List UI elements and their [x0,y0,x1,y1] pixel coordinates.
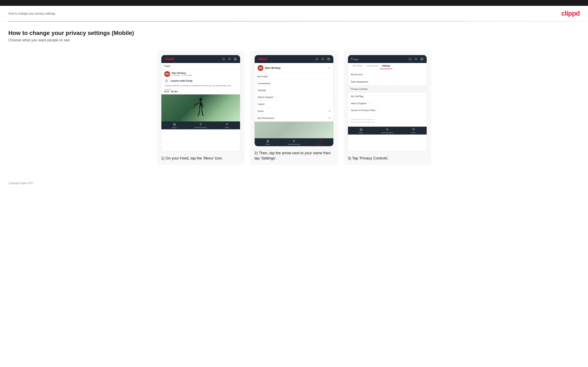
menu-icon [225,123,228,126]
tab-my-profile[interactable]: My Profile [351,63,364,69]
search-icon-2 [315,57,319,61]
external-icon: ↗ [274,96,276,98]
menu-item-logout[interactable]: Logout [255,101,333,108]
user-info: Blair McHarg Yesterday · Sunningdale [172,72,192,76]
nav-performance-label-3: My Performance [381,132,394,134]
version-client: Clippd Client Version: 2022.8.3-3 [351,118,424,121]
menu-item-profile[interactable]: My Profile [255,73,333,80]
svg-point-13 [409,58,411,60]
nav-menu-label-2: Menu [318,143,322,145]
menu-expandable-performance[interactable]: My Performance ∨ [255,115,333,122]
performance-icon-2 [293,140,295,143]
feed-tab: Feed [161,63,240,69]
settings-help-label-wrap: Help & Support ↗ [351,102,370,105]
back-header: Back [348,55,427,63]
menu-expandable-home[interactable]: Home ∨ [255,108,333,115]
duration-label: Duration [164,88,237,91]
step-2-phone: clippd [254,55,334,146]
phone-3-icons [408,57,424,61]
svg-point-8 [316,58,318,60]
nav-performance-label-1: My Performance [195,127,207,128]
menu-home-label: Home [258,110,264,112]
menu-item-settings[interactable]: Settings [255,87,333,94]
settings-golfbag-label: My Golf Bag [351,95,363,98]
step-3-caption: 3) Tap 'Privacy Controls'. [348,156,427,161]
chevron-up-icon: ∧ [329,67,330,69]
nav-performance-2: My Performance [281,140,307,145]
nav-performance-3: My Performance [374,128,400,134]
lesson-icon [164,79,169,83]
settings-list: My Account › Data Integrations › Privacy… [348,69,427,115]
duration-value: 01 hr : 30 min [164,91,237,93]
svg-point-9 [322,58,323,59]
svg-point-10 [328,59,329,59]
back-button[interactable]: Back [351,57,359,61]
phone-2-logo: clippd [258,57,267,61]
phone-1-bottom-nav: Home My Performance Menu [161,121,240,129]
chevron-down-icon-2: ∨ [329,117,330,119]
menu-icon-3 [412,128,415,131]
close-icon [319,140,322,143]
svg-point-4 [199,98,202,101]
settings-integrations-label: Data Integrations [351,81,368,83]
nav-menu-label-3: Menu [411,132,415,134]
copyright-text: Copyright Clippd 2022 [8,182,33,185]
chevron-right-icon: › [423,73,424,76]
settings-icon-2 [327,57,330,61]
user-icon [228,57,231,61]
tab-settings[interactable]: Settings [380,63,392,69]
settings-tabs: My Profile Connections Settings [348,63,427,69]
nav-menu-label-1: Menu [225,127,229,128]
nav-performance-1: My Performance [188,123,214,128]
phone-1-header: clippd [161,55,240,63]
feed-content: BM Blair McHarg Yesterday · Sunningdale … [161,69,240,94]
svg-point-2 [235,59,236,59]
settings-item-account[interactable]: My Account › [348,71,427,78]
settings-item-privacy-policy[interactable]: Service & Privacy Policy ↗ [348,107,427,114]
phone-2-header: clippd [255,55,333,63]
menu-screen: BM Blair McHarg ∧ My Profile Connections… [255,63,333,122]
nav-home-label-2: Home [266,143,270,145]
version-server: GQL Server Version: 2022.7.30-1 [351,121,424,124]
header-title: How to change your privacy settings [8,12,55,15]
page-subtitle: Choose what you want people to see [8,38,580,42]
settings-item-privacy[interactable]: Privacy Controls › [348,85,427,93]
golfer-bg-overlay [255,122,333,138]
phone-1-logo: clippd [164,57,174,61]
lesson-desc: Looking to feel like my hands are exitin… [164,84,237,87]
settings-help-label: Help & Support [351,102,366,105]
chevron-right-icon-2: › [423,80,424,83]
settings-item-help[interactable]: Help & Support ↗ [348,100,427,107]
menu-item-help[interactable]: Help & Support ↗ [255,94,333,101]
footer: Copyright Clippd 2022 [0,178,588,189]
settings-item-golf-bag[interactable]: My Golf Bag › [348,93,427,100]
page-header: How to change your privacy settings clip… [0,6,588,21]
phone-1-icons [222,57,237,61]
home-icon-2 [266,140,269,143]
user-icon-3 [414,57,418,61]
settings-item-integrations[interactable]: Data Integrations › [348,78,427,85]
nav-menu-1: Menu [214,123,240,128]
nav-home-3: Home [348,128,374,134]
settings-policy-label: Service & Privacy Policy [351,109,376,111]
nav-menu-3: Menu [400,128,427,134]
step-1-card: clippd Feed [157,51,244,165]
settings-privacy-label: Privacy Controls [351,88,367,90]
lesson-title: Lesson with Fordy [171,79,193,82]
svg-point-14 [415,58,417,59]
step-3-card: Back My [344,51,431,165]
step-2-caption: 2) Then, tap the arrow next to your name… [254,150,334,161]
svg-point-0 [223,58,225,60]
nav-home-label-3: Home [359,132,363,134]
menu-item-connections[interactable]: Connections [255,80,333,87]
svg-point-3 [166,80,167,81]
version-info: Clippd Client Version: 2022.8.3-3 GQL Se… [348,115,427,127]
user-name: Blair McHarg [172,72,192,74]
tab-connections[interactable]: Connections [364,63,380,69]
help-external-icon: ↗ [368,102,370,104]
search-icon-3 [408,57,412,61]
phone-3-bottom-nav: Home My Performance Menu [348,127,427,134]
menu-avatar: BM [258,65,263,71]
chevron-right-icon-3: › [423,88,424,91]
home-icon [173,123,176,126]
